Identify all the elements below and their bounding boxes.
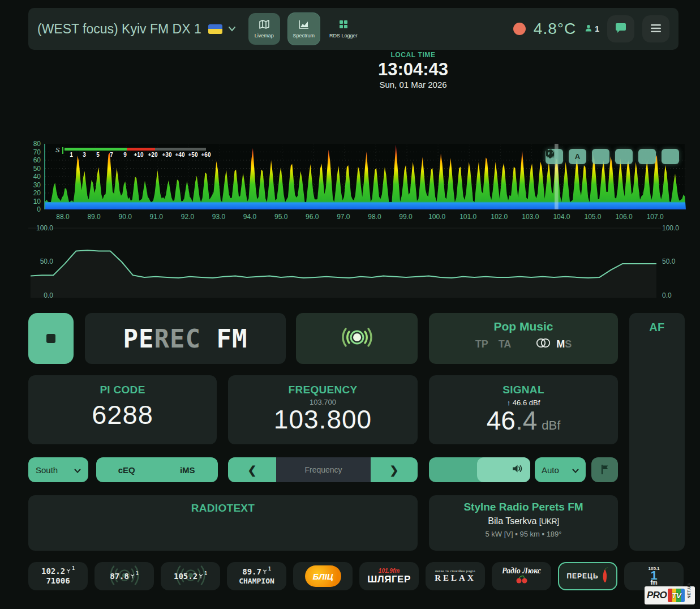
station-card-selected[interactable]: ПЕРЕЦЬ [558,562,617,590]
antenna-select-value: South [36,465,58,475]
pause-icon[interactable] [638,149,656,164]
axis-tick: 100.0 [36,224,53,232]
axis-tick: +40 [175,152,185,158]
graph-style-icon[interactable] [615,149,633,164]
axis-tick: 0.0 [662,291,672,299]
axis-tick: 0.0 [44,291,53,299]
transmitter-itu-code: [UKR] [539,517,559,526]
relax-logo: легке та спокійне радіо RELAX [435,570,476,582]
logo-name: fm [650,581,657,585]
axis-tick: 100.0 [424,213,449,221]
chat-button[interactable] [607,15,634,42]
station-card[interactable]: 105.21 [161,562,220,590]
chevron-down-icon [74,465,81,475]
ms-flag-s: S [565,338,572,350]
axis-tick: 94.0 [238,213,263,221]
play-stop-button[interactable] [28,313,74,364]
axis-tick: 50.0 [40,258,53,265]
station-card[interactable]: БЛІЦ [293,562,353,590]
ps-segment: PE [123,324,154,353]
tx-count: 1 [268,567,271,572]
logo-name: RELAX [435,574,476,582]
rds-logger-button[interactable]: RDS Logger [328,13,359,45]
fm-dx-webserver: (WEST focus) Kyiv FM DX 1 Livemap Spectr… [0,0,700,609]
tx-count-icon [263,567,267,577]
frequency-up-button[interactable]: ❯ [371,457,418,482]
station-card[interactable]: 102.21 71006 [28,562,88,590]
eq-toggle[interactable]: cEQ [96,465,157,475]
station-card[interactable]: 89.71 CHAMPION [227,562,286,590]
protv-watermark: PRO TV NET.UA [645,586,695,604]
frequency-stepper: ❮ Frequency ❯ [228,457,418,482]
stereo-signal-card [296,313,418,364]
axis-tick: +10 [134,152,144,158]
axis-tick: 100.0 [662,224,679,232]
station-frequency: 102.2 [41,567,65,576]
axis-tick: 9 [123,152,127,158]
ps-name: PEREC FM [123,324,248,353]
spectrum-plot[interactable]: S 13579+10+20+30+40+50+60 A [44,144,685,209]
station-frequency: 105.2 [174,572,197,581]
station-card[interactable]: 87.81 [95,562,154,590]
chevron-down-icon[interactable] [228,24,236,34]
local-time-panel: LOCAL TIME 13:04:43 Sun, 01 Mar 2026 [243,51,583,89]
signal-unit: dBf [542,418,560,432]
axis-tick: 107.0 [643,213,668,221]
station-card[interactable]: 101.9fm ШЛЯГЕР [359,562,419,590]
axis-tick: 10 [33,198,41,205]
s-meter-bar [65,148,206,151]
ims-toggle[interactable]: iMS [157,465,218,475]
livemap-button[interactable]: Livemap [248,13,280,45]
frequency-down-button[interactable]: ❮ [228,457,276,482]
s-meter-origin-tick [62,147,63,154]
scan-mode-value: Auto [542,465,559,475]
refresh-icon[interactable] [662,149,679,164]
axis-tick: 96.0 [300,213,325,221]
fit-vertical-icon[interactable] [592,149,609,164]
axis-tick: 50.0 [662,258,675,265]
axis-tick: 0 [37,205,41,213]
axis-tick: 93.0 [206,213,231,221]
rds-flags-row: TP TA MS [429,337,618,351]
fm-105-logo: 105.1 1 fm [648,567,659,585]
s-meter-ticks: 13579+10+20+30+40+50+60 [65,152,217,160]
axis-tick: 104.0 [549,213,574,221]
signal-value-int: 46 [487,406,516,435]
axis-tick: 88.0 [50,213,75,221]
temperature: 4.8°C [534,20,576,38]
logo-slogan: легке та спокійне радіо [435,570,476,573]
spectrum-chart-icon [298,19,310,31]
volume-slider[interactable] [429,457,530,482]
antenna-select[interactable]: South [28,457,88,482]
autoscale-button[interactable]: A [569,149,586,164]
spectrum-button[interactable]: Spectrum [288,13,320,45]
axis-tick: 103.0 [518,213,543,221]
axis-tick: 50 [33,165,41,173]
axis-tick: 101.0 [456,213,480,221]
station-card[interactable]: Радіо Люкс [492,562,551,590]
pi-code-card: PI CODE 6288 [28,375,217,444]
transmitter-info-card: Stylne Radio Perets FM Bila Tserkva [UKR… [429,495,618,551]
ms-flag-m: M [556,338,565,350]
ps-segment: FM [201,324,247,353]
axis-tick: 3 [83,152,86,158]
axis-tick: 90.0 [113,213,138,221]
menu-button[interactable] [642,15,669,42]
livemap-label: Livemap [255,33,274,38]
s-meter-label: S [55,147,59,153]
logo-name: ШЛЯГЕР [367,574,411,584]
axis-tick: 80 [33,140,41,148]
scan-mode-select[interactable]: Auto [535,457,586,482]
station-card[interactable]: легке та спокійне радіо RELAX [426,562,485,590]
axis-tick: 106.0 [612,213,637,221]
spectrum-analyzer: 80706050403020100 S 13579+10+20+30+40+50… [28,143,685,222]
volume-slider-handle[interactable] [477,457,530,482]
axis-tick: 97.0 [331,213,356,221]
transmitter-details: 5 kW [V] ▪ 95 km ▪ 189° [429,530,618,538]
pi-code-value: 6288 [28,401,217,428]
s-meter-scale: S 13579+10+20+30+40+50+60 [55,147,220,161]
spectrum-label: Spectrum [293,33,315,38]
frequency-input[interactable]: Frequency [276,457,371,482]
server-title: (WEST focus) Kyiv FM DX 1 [37,22,201,37]
flag-button[interactable] [591,457,618,482]
